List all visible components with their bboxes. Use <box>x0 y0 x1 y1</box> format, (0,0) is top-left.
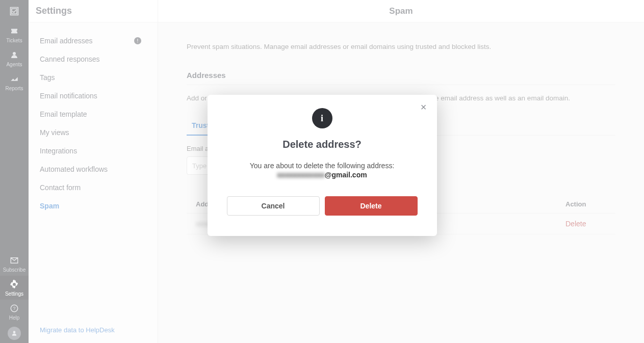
info-icon: i <box>312 108 332 128</box>
modal-address-visible: @gmail.com <box>325 171 367 179</box>
modal-title: Delete address? <box>227 139 418 150</box>
delete-button[interactable]: Delete <box>325 196 418 216</box>
modal-overlay[interactable]: × i Delete address? You are about to del… <box>0 0 644 343</box>
modal-address: xxxxxxxxxxxx@gmail.com <box>227 171 418 179</box>
app-root: Tickets Agents Reports Subscribe Setting… <box>0 0 644 343</box>
modal-close-button[interactable]: × <box>419 102 429 112</box>
delete-address-modal: × i Delete address? You are about to del… <box>208 95 437 236</box>
modal-message: You are about to delete the following ad… <box>227 162 418 170</box>
cancel-button[interactable]: Cancel <box>227 196 320 216</box>
modal-button-row: Cancel Delete <box>227 196 418 216</box>
modal-address-obscured: xxxxxxxxxxxx <box>277 171 324 179</box>
close-icon: × <box>421 101 427 113</box>
